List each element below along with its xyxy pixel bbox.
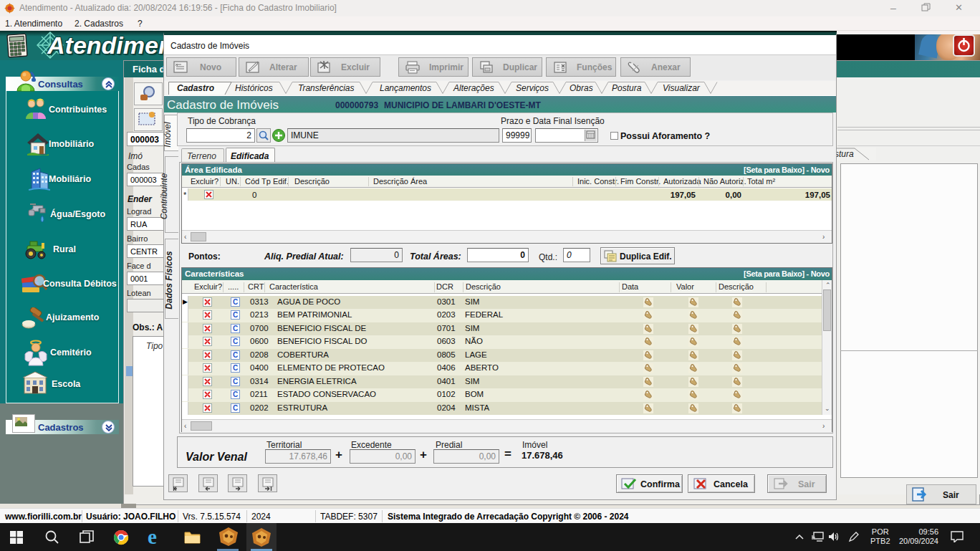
svg-text:C: C <box>233 404 238 412</box>
svg-text:C: C <box>233 325 238 332</box>
svg-text:C: C <box>233 311 238 319</box>
svg-text:C: C <box>233 337 238 345</box>
svg-text:C: C <box>233 298 238 306</box>
svg-text:Obras: Obras <box>570 83 593 93</box>
svg-text:Históricos: Históricos <box>235 83 273 93</box>
svg-text:Alterações: Alterações <box>453 83 494 93</box>
svg-text:Lançamentos: Lançamentos <box>380 83 431 93</box>
svg-text:C: C <box>233 364 238 372</box>
svg-text:Transferências: Transferências <box>298 83 354 93</box>
svg-text:Visualizar: Visualizar <box>663 83 701 93</box>
svg-text:C: C <box>233 391 238 398</box>
svg-text:C: C <box>233 351 238 359</box>
svg-text:Cadastro: Cadastro <box>177 83 214 93</box>
svg-text:Serviços: Serviços <box>516 83 549 93</box>
svg-text:C: C <box>233 378 238 385</box>
svg-text:Postura: Postura <box>612 83 642 93</box>
